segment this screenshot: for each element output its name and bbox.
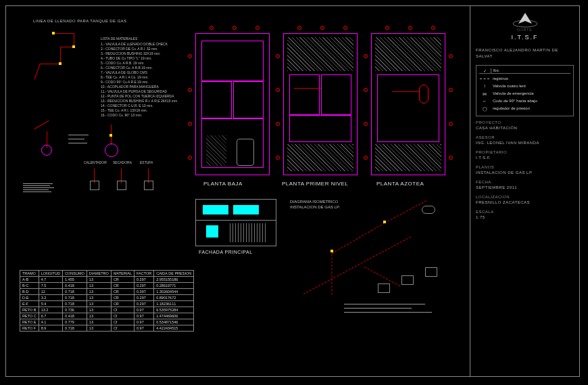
fixture-label-stove: ESTUFA — [140, 160, 153, 165]
drawing-location: FRESNILLO ZACATECAS — [476, 200, 530, 204]
fixture-label-dryer: SECADORA — [113, 160, 132, 165]
org-name: I.T.S.F — [511, 34, 538, 41]
table-row: B-C7.50.41813CR0.2970.28619771 — [20, 283, 194, 289]
drawing-area: LINEA DE LLENADO PARA TANQUE DE GAS LIST… — [6, 6, 470, 376]
project-name: CASA HABITACIÓN — [476, 126, 517, 130]
fixture-label-heater: CALENTADOR — [84, 160, 107, 165]
table-header-row: TRAMOLONGITUDCONSUMODIAMETROMATERIALFACT… — [20, 271, 194, 277]
plan-roof-label: PLANTA AZOTEA — [376, 181, 424, 187]
iso-appliance-icon — [401, 275, 414, 285]
table-row: RETO B13.20.73613Cf0.976.535975284 — [20, 307, 194, 313]
plan-ground-label: PLANTA BAJA — [203, 181, 243, 187]
pressure-drop-table: TRAMOLONGITUDCONSUMODIAMETROMATERIALFACT… — [20, 270, 194, 332]
materials-heading: LISTA DE MATERIALES — [101, 37, 177, 41]
north-arrow-logo: NORTE I.T.S.F — [476, 12, 574, 41]
isometric-diagram — [290, 202, 459, 317]
fixture-details: CALENTADOR SECADORA ESTUFA — [20, 121, 182, 202]
table-row: RETO E4.10.77913Cf0.970.534871546 — [20, 319, 194, 325]
drawing-scale: 1:75 — [476, 215, 485, 219]
advisor-name: ING. LEONEL IVAN MIRANDA — [476, 141, 539, 145]
detail-title: LINEA DE LLENADO PARA TANQUE DE GAS — [33, 18, 126, 24]
plan-first-label: PLANTA PRIMER NIVEL — [282, 181, 348, 187]
plan-first — [283, 33, 358, 175]
facade — [195, 199, 276, 246]
legend-box: ✓ lbs. registros ⟟Valvula cuatro lent ⋈V… — [476, 65, 574, 116]
facade-label: FACHADA PRINCIPAL — [199, 250, 253, 254]
drawing-sheet: LINEA DE LLENADO PARA TANQUE DE GAS LIST… — [5, 5, 580, 377]
iso-appliance-icon — [425, 267, 437, 277]
materials-list: LISTA DE MATERIALES 1.- VALVULA DE LLENA… — [101, 37, 177, 118]
plan-ground — [195, 33, 270, 175]
plan-roof — [371, 33, 445, 175]
table-row: B-D120.71813CR0.3971.302604544 — [20, 289, 194, 295]
owner-name: I.T.S.F. — [476, 156, 491, 160]
student-name: FRANCISCO ALEJANDRO MARTIN DE SALVAT — [476, 47, 574, 60]
table-row: A-B4.71.45513CR0.2972.955155186 — [20, 277, 194, 283]
fill-line-detail — [26, 26, 94, 87]
table-row: D-E3.20.71813CR0.2970.89017672 — [20, 295, 194, 301]
table-row: E-F5.40.71813CR0.2971.18236111 — [20, 301, 194, 307]
drawing-date: SEPTIEMBRE 2011 — [476, 185, 517, 189]
table-row: RETO F8.90.71813Cf0.974.422434515 — [20, 325, 194, 332]
iso-appliance-icon — [378, 284, 390, 293]
drawing-title: INSTALACION DE GAS LP — [476, 171, 532, 175]
gas-tank-icon — [419, 85, 428, 104]
table-row: RETO C6.70.41813Cf0.971.474469606 — [20, 313, 194, 319]
car-icon — [237, 139, 254, 166]
iso-tank-icon — [422, 206, 435, 214]
title-block: NORTE I.T.S.F FRANCISCO ALEJANDRO MARTIN… — [470, 6, 579, 376]
svg-point-0 — [513, 20, 537, 27]
